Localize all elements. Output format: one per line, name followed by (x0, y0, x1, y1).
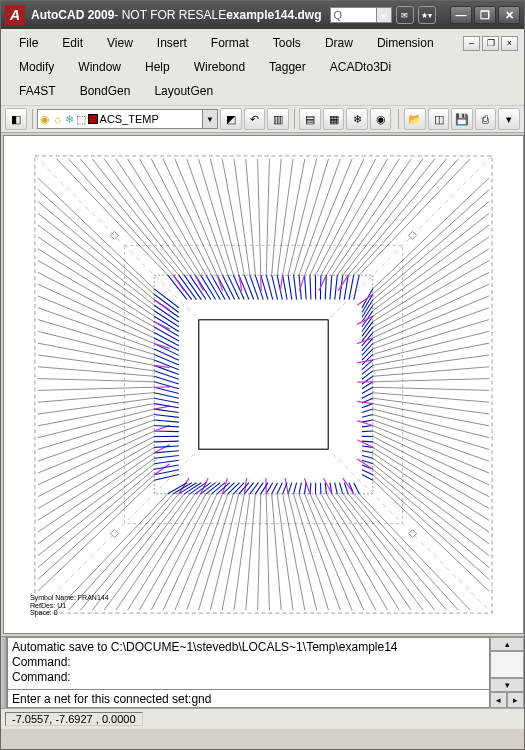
svg-line-125 (228, 483, 239, 494)
layer-lock-icon: ⬚ (76, 113, 86, 126)
comm-center-icon[interactable]: ✉ (396, 6, 414, 24)
svg-rect-185 (199, 320, 328, 449)
svg-line-78 (362, 409, 373, 412)
qnew-button[interactable]: ◫ (428, 108, 450, 130)
menu-tagger[interactable]: Tagger (257, 57, 318, 77)
favorites-icon[interactable]: ★▾ (418, 6, 436, 24)
drawing-canvas[interactable]: Symbol Name: FRAN144 RefDes: U1 Space: 0 (3, 135, 524, 634)
svg-line-81 (362, 426, 373, 427)
layer-uniso-button[interactable]: ▦ (323, 108, 345, 130)
menu-bondgen[interactable]: BondGen (68, 81, 143, 101)
menu-fa4st[interactable]: FA4ST (7, 81, 68, 101)
menu-insert[interactable]: Insert (145, 33, 199, 53)
svg-line-29 (272, 275, 278, 299)
scroll-down-button[interactable]: ▾ (490, 678, 524, 692)
svg-line-33 (288, 275, 292, 299)
scroll-left-button[interactable]: ◂ (490, 692, 507, 708)
layer-combo[interactable]: ◉ ☼ ❄ ⬚ ACS_TEMP ▼ (37, 109, 218, 129)
doc-restore-button[interactable]: ❐ (482, 36, 499, 51)
layer-freeze2-button[interactable]: ❄ (346, 108, 368, 130)
toolbar-overflow-button[interactable]: ▾ (498, 108, 520, 130)
svg-line-124 (233, 483, 244, 494)
layer-off-button[interactable]: ◉ (370, 108, 392, 130)
drawing-area-wrap: Symbol Name: FRAN144 RefDes: U1 Space: 0 (1, 133, 525, 636)
layer-properties-button[interactable]: ◧ (5, 108, 27, 130)
svg-line-160 (154, 393, 179, 399)
scroll-right-button[interactable]: ▸ (507, 692, 524, 708)
svg-line-149 (154, 441, 179, 442)
cursor-coordinates[interactable]: -7.0557, -7.6927 , 0.0000 (5, 712, 143, 726)
svg-line-99 (339, 483, 342, 494)
menu-acadto3di[interactable]: ACADto3Di (318, 57, 403, 77)
menu-window[interactable]: Window (66, 57, 133, 77)
svg-line-79 (362, 415, 373, 418)
open-button[interactable]: 📂 (404, 108, 426, 130)
scroll-track[interactable] (490, 651, 524, 678)
save-button[interactable]: 💾 (451, 108, 473, 130)
menu-wirebond[interactable]: Wirebond (182, 57, 257, 77)
layer-match-button[interactable]: ◩ (220, 108, 242, 130)
svg-line-154 (154, 420, 179, 422)
layer-states-button[interactable]: ▥ (267, 108, 289, 130)
svg-line-159 (154, 398, 179, 403)
svg-line-76 (362, 404, 373, 408)
svg-line-20 (233, 275, 244, 299)
svg-line-148 (154, 446, 179, 447)
svg-line-157 (154, 406, 170, 409)
svg-line-94 (362, 475, 373, 481)
menu-draw[interactable]: Draw (313, 33, 365, 53)
menu-dimension[interactable]: Dimension (365, 33, 446, 53)
svg-line-64 (362, 349, 373, 360)
svg-line-113 (283, 483, 287, 494)
command-input[interactable]: Enter a net for this connected set: gnd (7, 690, 490, 708)
layer-sun-icon: ☼ (52, 113, 62, 125)
svg-line-139 (168, 483, 187, 494)
layer-iso-button[interactable]: ▤ (299, 108, 321, 130)
doc-close-button[interactable]: × (501, 36, 518, 51)
symbol-name-label: Symbol Name: FRAN144 (30, 594, 109, 602)
menu-modify[interactable]: Modify (7, 57, 66, 77)
search-go-button[interactable]: ▸ (376, 8, 391, 22)
command-value: gnd (191, 692, 211, 706)
svg-line-97 (343, 478, 354, 494)
file-name: example144.dwg (226, 8, 321, 22)
svg-line-18 (222, 275, 234, 299)
window-minimize-button[interactable]: — (450, 6, 472, 24)
infocenter-search[interactable]: Q ▸ (330, 7, 392, 23)
menu-format[interactable]: Format (199, 33, 261, 53)
svg-line-89 (362, 455, 373, 458)
menu-tools[interactable]: Tools (261, 33, 313, 53)
scroll-up-button[interactable]: ▴ (490, 637, 524, 651)
menu-help[interactable]: Help (133, 57, 182, 77)
menu-view[interactable]: View (95, 33, 145, 53)
svg-line-153 (154, 426, 179, 427)
svg-line-5 (168, 275, 187, 299)
svg-line-88 (362, 451, 373, 453)
menu-edit[interactable]: Edit (50, 33, 95, 53)
svg-line-74 (362, 393, 373, 399)
command-history[interactable]: Automatic save to C:\DOCUME~1\stevedb\LO… (7, 637, 490, 690)
drawing-svg (4, 136, 523, 633)
layer-dropdown-arrow[interactable]: ▼ (202, 110, 217, 128)
svg-line-34 (294, 275, 297, 299)
svg-line-170 (154, 349, 179, 360)
window-close-button[interactable]: ✕ (498, 6, 520, 24)
svg-line-114 (277, 483, 282, 494)
layer-name: ACS_TEMP (100, 113, 159, 125)
svg-line-24 (250, 275, 259, 299)
app-name: AutoCAD 2009 (31, 8, 114, 22)
menu-file[interactable]: File (7, 33, 50, 53)
svg-line-68 (362, 365, 373, 374)
print-button[interactable]: ⎙ (475, 108, 497, 130)
layer-previous-button[interactable]: ↶ (244, 108, 266, 130)
layer-color-swatch (88, 114, 98, 124)
svg-line-48 (349, 275, 354, 299)
svg-line-168 (154, 360, 179, 370)
layer-bulb-icon: ◉ (40, 113, 50, 126)
svg-line-100 (335, 483, 338, 494)
menu-layoutgen[interactable]: LayoutGen (142, 81, 225, 101)
doc-minimize-button[interactable]: – (463, 36, 480, 51)
svg-line-80 (362, 420, 373, 422)
svg-line-120 (250, 483, 259, 494)
window-maximize-button[interactable]: ❐ (474, 6, 496, 24)
